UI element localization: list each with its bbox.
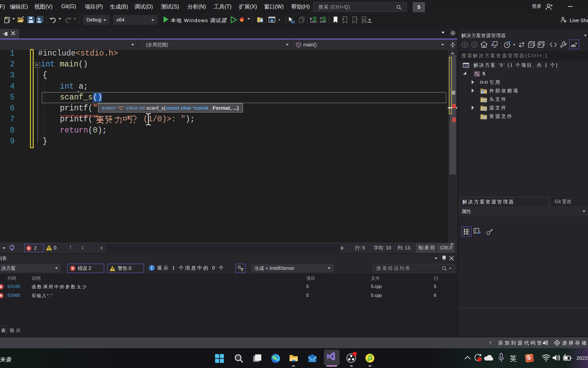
svg-text:?: ? [320,17,322,21]
svg-text:Z: Z [475,231,476,233]
